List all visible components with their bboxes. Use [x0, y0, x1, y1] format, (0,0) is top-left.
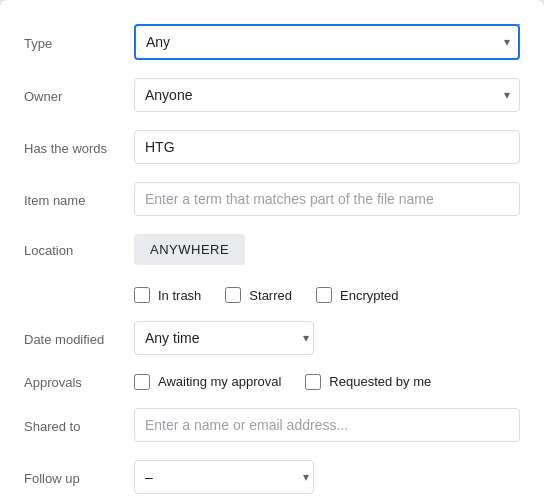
shared-to-row: Shared to: [24, 408, 520, 442]
in-trash-checkbox-item[interactable]: In trash: [134, 287, 201, 303]
type-field-wrap: Any Documents Spreadsheets Presentations…: [134, 24, 520, 60]
follow-up-select[interactable]: – Suggestions Action items Mentions: [134, 460, 314, 494]
encrypted-checkbox-item[interactable]: Encrypted: [316, 287, 399, 303]
date-modified-label: Date modified: [24, 330, 134, 347]
owner-select[interactable]: Anyone Me Not me Specific person: [134, 78, 520, 112]
location-checkboxes-spacer: [24, 292, 134, 294]
approvals-label: Approvals: [24, 373, 134, 390]
encrypted-checkbox[interactable]: [316, 287, 332, 303]
location-row: Location ANYWHERE: [24, 234, 520, 265]
item-name-field-wrap: [134, 182, 520, 216]
shared-to-input[interactable]: [134, 408, 520, 442]
starred-checkbox[interactable]: [225, 287, 241, 303]
approvals-checkboxes-group: Awaiting my approval Requested by me: [134, 374, 520, 390]
has-words-input[interactable]: [134, 130, 520, 164]
encrypted-label: Encrypted: [340, 288, 399, 303]
owner-row: Owner Anyone Me Not me Specific person ▾: [24, 78, 520, 112]
date-modified-row: Date modified Any time Today Last 7 days…: [24, 321, 520, 355]
has-words-label: Has the words: [24, 139, 134, 156]
starred-checkbox-item[interactable]: Starred: [225, 287, 292, 303]
location-checkboxes-group: In trash Starred Encrypted: [134, 283, 520, 303]
follow-up-label: Follow up: [24, 469, 134, 486]
location-label: Location: [24, 241, 134, 258]
in-trash-checkbox[interactable]: [134, 287, 150, 303]
type-select[interactable]: Any Documents Spreadsheets Presentations…: [134, 24, 520, 60]
follow-up-field-wrap: – Suggestions Action items Mentions ▾: [134, 460, 520, 494]
dialog-content: Type Any Documents Spreadsheets Presenta…: [0, 0, 544, 500]
requested-by-me-checkbox-item[interactable]: Requested by me: [305, 374, 431, 390]
type-row: Type Any Documents Spreadsheets Presenta…: [24, 24, 520, 60]
owner-field-wrap: Anyone Me Not me Specific person ▾: [134, 78, 520, 112]
item-name-input[interactable]: [134, 182, 520, 216]
follow-up-row: Follow up – Suggestions Action items Men…: [24, 460, 520, 494]
has-words-row: Has the words: [24, 130, 520, 164]
requested-by-me-label: Requested by me: [329, 374, 431, 389]
shared-to-label: Shared to: [24, 417, 134, 434]
in-trash-label: In trash: [158, 288, 201, 303]
starred-label: Starred: [249, 288, 292, 303]
owner-label: Owner: [24, 87, 134, 104]
location-field-wrap: ANYWHERE: [134, 234, 520, 265]
date-modified-field-wrap: Any time Today Last 7 days Last 30 days …: [134, 321, 520, 355]
has-words-field-wrap: [134, 130, 520, 164]
type-label: Type: [24, 34, 134, 51]
requested-by-me-checkbox[interactable]: [305, 374, 321, 390]
location-checkboxes-row: In trash Starred Encrypted: [24, 283, 520, 303]
shared-to-field-wrap: [134, 408, 520, 442]
item-name-row: Item name: [24, 182, 520, 216]
awaiting-approval-label: Awaiting my approval: [158, 374, 281, 389]
awaiting-approval-checkbox[interactable]: [134, 374, 150, 390]
awaiting-approval-checkbox-item[interactable]: Awaiting my approval: [134, 374, 281, 390]
search-dialog: × Type Any Documents Spreadsheets Presen…: [0, 0, 544, 500]
anywhere-button[interactable]: ANYWHERE: [134, 234, 245, 265]
date-modified-select[interactable]: Any time Today Last 7 days Last 30 days …: [134, 321, 314, 355]
item-name-label: Item name: [24, 191, 134, 208]
approvals-row: Approvals Awaiting my approval Requested…: [24, 373, 520, 390]
